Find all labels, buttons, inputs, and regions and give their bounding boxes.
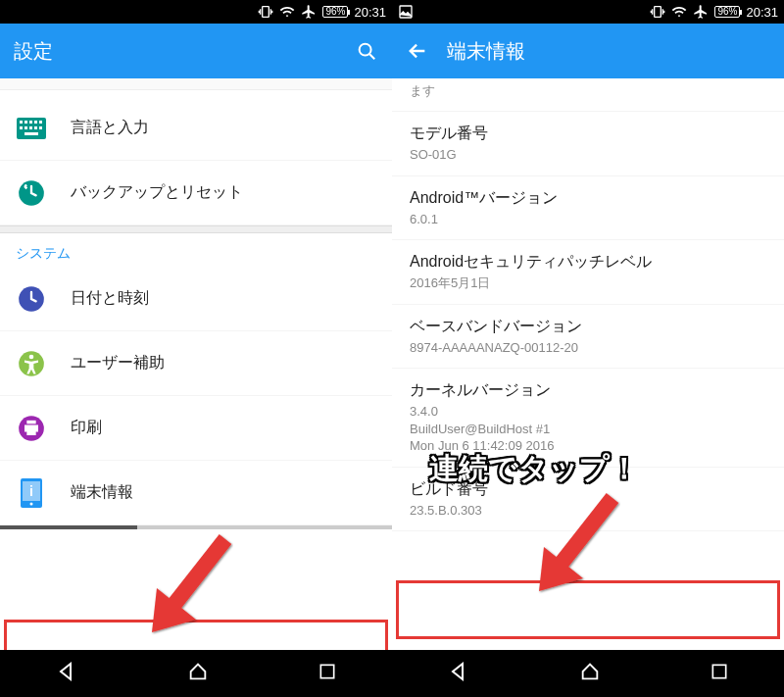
info-value: 8974-AAAAANAZQ-00112-20	[410, 339, 766, 357]
info-title: ビルド番号	[410, 479, 766, 500]
battery-icon: 96%	[322, 6, 348, 18]
row-baseband[interactable]: ベースバンドバージョン 8974-AAAAANAZQ-00112-20	[392, 305, 784, 370]
backup-icon	[16, 177, 47, 209]
info-value: BuildUser@BuildHost #1	[410, 421, 766, 438]
phone-info-icon: i	[16, 477, 47, 509]
info-value: 6.0.1	[410, 211, 766, 228]
svg-text:i: i	[29, 483, 33, 499]
svg-rect-3	[20, 121, 23, 124]
row-security-patch[interactable]: Androidセキュリティパッチレベル 2016年5月1日	[392, 240, 784, 305]
svg-rect-5	[29, 121, 32, 124]
back-icon[interactable]	[406, 39, 429, 63]
section-system: システム	[0, 233, 392, 267]
app-bar: 端末情報	[392, 24, 784, 78]
nav-home-icon[interactable]	[187, 661, 209, 686]
row-android-version[interactable]: Android™バージョン 6.0.1	[392, 176, 784, 241]
svg-rect-12	[39, 126, 42, 129]
print-icon	[16, 413, 47, 444]
status-time: 20:31	[354, 5, 386, 20]
svg-point-1	[360, 44, 371, 56]
info-value: 23.5.B.0.303	[410, 502, 766, 520]
wifi-icon	[279, 4, 295, 20]
info-value: 2016年5月1日	[410, 274, 766, 292]
svg-rect-13	[24, 132, 38, 135]
row-build-number[interactable]: ビルド番号 23.5.B.0.303	[392, 468, 784, 532]
info-title: Androidセキュリティパッチレベル	[410, 252, 766, 273]
row-label: 端末情報	[71, 482, 133, 503]
nav-home-icon[interactable]	[579, 661, 601, 686]
vibrate-icon	[258, 4, 273, 20]
info-title: Android™バージョン	[410, 188, 766, 209]
info-title: モデル番号	[410, 124, 766, 144]
svg-rect-9	[24, 126, 27, 129]
svg-rect-8	[20, 126, 23, 129]
row-backup-reset[interactable]: バックアップとリセット	[0, 161, 392, 225]
row-kernel[interactable]: カーネルバージョン 3.4.0 BuildUser@BuildHost #1 M…	[392, 369, 784, 468]
row-label: 印刷	[71, 418, 102, 438]
info-title: カーネルバージョン	[410, 380, 766, 401]
info-value: Mon Jun 6 11:42:09 2016	[410, 437, 766, 455]
arrow-annotation	[132, 529, 240, 637]
highlight-box	[396, 580, 780, 639]
info-title: ベースバンドバージョン	[410, 317, 766, 337]
status-time: 20:31	[746, 5, 778, 20]
svg-rect-26	[321, 665, 334, 677]
nav-back-icon[interactable]	[55, 660, 78, 687]
svg-rect-0	[263, 7, 270, 18]
svg-rect-19	[26, 420, 35, 423]
info-value: SO-01G	[410, 146, 766, 164]
row-label: ユーザー補助	[71, 353, 165, 373]
nav-back-icon[interactable]	[447, 660, 470, 687]
gallery-icon	[398, 4, 414, 20]
clipped-row: ます	[392, 78, 784, 112]
svg-rect-29	[713, 665, 726, 677]
nav-bar	[0, 650, 392, 697]
keyboard-icon	[16, 113, 47, 144]
svg-rect-11	[34, 126, 37, 129]
svg-rect-28	[655, 7, 662, 18]
svg-point-24	[30, 502, 33, 505]
nav-recent-icon[interactable]	[318, 662, 337, 685]
row-label: 言語と入力	[71, 118, 149, 138]
wifi-icon	[671, 4, 687, 20]
clock-icon	[16, 283, 47, 315]
accessibility-icon	[16, 348, 47, 379]
svg-rect-21	[26, 429, 35, 435]
info-value: 3.4.0	[410, 403, 766, 421]
svg-rect-6	[34, 121, 37, 124]
airplane-icon	[693, 4, 709, 20]
battery-icon: 96%	[714, 6, 740, 18]
row-label: バックアップとリセット	[71, 182, 243, 203]
about-list[interactable]: ます モデル番号 SO-01G Android™バージョン 6.0.1 Andr…	[392, 78, 784, 650]
svg-point-17	[29, 354, 34, 359]
svg-rect-4	[24, 121, 27, 124]
row-label: 日付と時刻	[71, 288, 149, 309]
row-language-input[interactable]: 言語と入力	[0, 96, 392, 161]
settings-list[interactable]: 言語と入力 バックアップとリセット システム 日付と時刻 ユーザー補助	[0, 78, 392, 650]
svg-rect-7	[39, 121, 42, 124]
row-accessibility[interactable]: ユーザー補助	[0, 331, 392, 396]
search-icon[interactable]	[355, 39, 378, 63]
nav-bar	[392, 650, 784, 697]
svg-rect-10	[29, 126, 32, 129]
vibrate-icon	[650, 4, 665, 20]
row-printing[interactable]: 印刷	[0, 396, 392, 461]
row-datetime[interactable]: 日付と時刻	[0, 267, 392, 331]
app-bar-title: 設定	[14, 38, 337, 65]
status-bar: 96% 20:31	[0, 0, 392, 24]
row-about-phone[interactable]: i 端末情報	[0, 461, 392, 525]
status-bar: 96% 20:31	[392, 0, 784, 24]
airplane-icon	[301, 4, 317, 20]
app-bar-title: 端末情報	[447, 38, 770, 65]
row-model-number[interactable]: モデル番号 SO-01G	[392, 112, 784, 176]
highlight-box	[4, 620, 388, 650]
nav-recent-icon[interactable]	[710, 662, 729, 685]
app-bar: 設定	[0, 24, 392, 78]
